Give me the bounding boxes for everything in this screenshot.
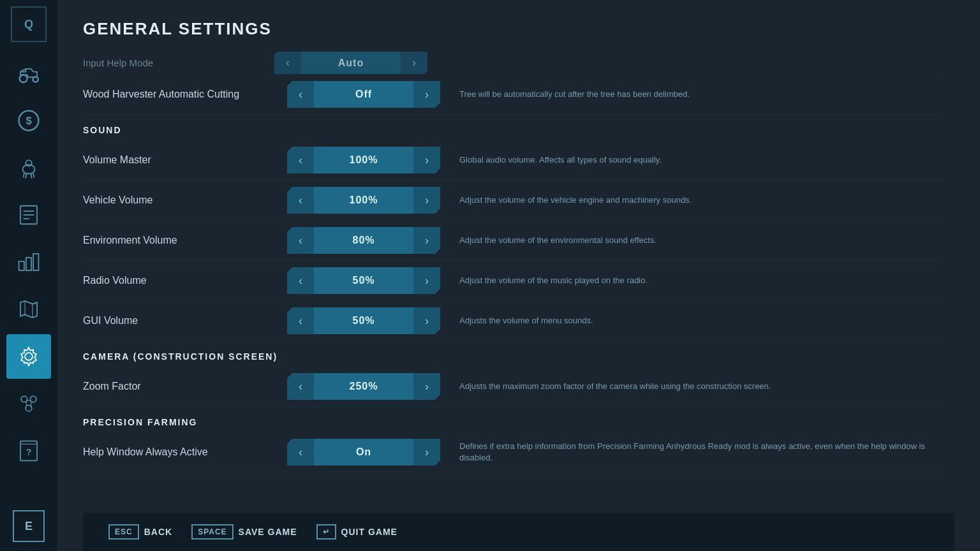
wood-harvester-next-btn[interactable]: › — [413, 81, 440, 108]
back-button[interactable]: ESC BACK — [108, 524, 172, 540]
sidebar-item-production[interactable] — [6, 240, 51, 284]
save-label: SAVE GAME — [239, 527, 297, 537]
gui-volume-next[interactable]: › — [413, 307, 440, 334]
vehicle-volume-next[interactable]: › — [413, 187, 440, 214]
svg-rect-16 — [33, 254, 38, 270]
sidebar-item-vehicles[interactable] — [6, 51, 51, 96]
svg-point-5 — [26, 160, 32, 166]
environment-volume-value: 80% — [314, 227, 413, 254]
radio-volume-value: 50% — [314, 267, 413, 294]
svg-rect-14 — [19, 261, 24, 270]
svg-line-7 — [33, 173, 34, 177]
sidebar-item-settings[interactable] — [6, 334, 51, 379]
sidebar-item-map[interactable] — [6, 287, 51, 332]
vehicle-volume-prev[interactable]: ‹ — [287, 187, 314, 214]
control-gui-volume: ‹ 50% › — [287, 307, 440, 334]
bottom-bar: ESC BACK SPACE SAVE GAME ↵ QUIT GAME — [83, 513, 954, 551]
help-window-prev[interactable]: ‹ — [287, 439, 314, 466]
volume-master-next[interactable]: › — [413, 147, 440, 173]
control-vehicle-volume: ‹ 100% › — [287, 187, 440, 214]
page-title: GENERAL SETTINGS — [83, 19, 954, 39]
quit-button[interactable]: ↵ QUIT GAME — [316, 524, 397, 540]
label-environment-volume: Environment Volume — [83, 235, 287, 246]
environment-volume-next[interactable]: › — [413, 227, 440, 254]
control-volume-master: ‹ 100% › — [287, 147, 440, 173]
setting-row-zoom-factor: Zoom Factor ‹ 250% › Adjusts the maximum… — [83, 367, 942, 407]
partial-prev-btn[interactable]: ‹ — [274, 52, 301, 75]
gui-volume-prev[interactable]: ‹ — [287, 307, 314, 334]
setting-row-gui-volume: GUI Volume ‹ 50% › Adjusts the volume of… — [83, 301, 942, 341]
zoom-factor-prev[interactable]: ‹ — [287, 373, 314, 400]
gui-volume-value: 50% — [314, 307, 413, 334]
partial-value: Auto — [301, 52, 401, 75]
wood-harvester-value: Off — [314, 81, 413, 108]
enter-key-badge: ↵ — [316, 524, 336, 540]
value-control-wood-harvester: ‹ Off › — [287, 81, 440, 108]
setting-row-environment-volume: Environment Volume ‹ 80% › Adjust the vo… — [83, 221, 942, 261]
desc-volume-master: Global audio volume. Affects all types o… — [440, 154, 942, 166]
sidebar-item-contracts[interactable] — [6, 193, 51, 237]
label-volume-master: Volume Master — [83, 154, 287, 166]
label-zoom-factor: Zoom Factor — [83, 381, 287, 392]
quit-label: QUIT GAME — [341, 527, 397, 537]
environment-volume-prev[interactable]: ‹ — [287, 227, 314, 254]
svg-line-9 — [31, 174, 32, 179]
sidebar-item-economy[interactable]: $ — [6, 98, 51, 143]
svg-text:$: $ — [26, 115, 31, 127]
partial-label: Input Help Mode — [83, 57, 274, 68]
svg-rect-15 — [26, 258, 31, 270]
space-key-badge: SPACE — [191, 524, 233, 540]
wood-harvester-prev-btn[interactable]: ‹ — [287, 81, 314, 108]
help-window-next[interactable]: › — [413, 439, 440, 466]
desc-radio-volume: Adjust the volume of the music played on… — [440, 275, 942, 286]
help-window-value: On — [314, 439, 413, 466]
label-radio-volume: Radio Volume — [83, 275, 287, 286]
setting-label-wood-harvester: Wood Harvester Automatic Cutting — [83, 89, 287, 100]
svg-line-6 — [24, 173, 24, 177]
radio-volume-prev[interactable]: ‹ — [287, 267, 314, 294]
save-button[interactable]: SPACE SAVE GAME — [191, 524, 297, 540]
main-content: GENERAL SETTINGS Input Help Mode ‹ Auto … — [57, 0, 980, 551]
svg-point-22 — [26, 405, 32, 411]
setting-desc-wood-harvester: Tree will be automatically cut after the… — [440, 89, 942, 100]
svg-text:?: ? — [26, 447, 32, 457]
section-header-precision: PRECISION FARMING — [83, 417, 942, 427]
back-label: BACK — [144, 527, 172, 537]
zoom-factor-value: 250% — [314, 373, 413, 400]
setting-row-radio-volume: Radio Volume ‹ 50% › Adjust the volume o… — [83, 261, 942, 301]
desc-zoom-factor: Adjusts the maximum zoom factor of the c… — [440, 381, 942, 392]
zoom-factor-next[interactable]: › — [413, 373, 440, 400]
volume-master-prev[interactable]: ‹ — [287, 147, 314, 173]
esc-key-badge: ESC — [108, 524, 139, 540]
e-key-button[interactable]: E — [13, 510, 45, 542]
radio-volume-next[interactable]: › — [413, 267, 440, 294]
sidebar: Q $ — [0, 0, 57, 551]
setting-row-vehicle-volume: Vehicle Volume ‹ 100% › Adjust the volum… — [83, 180, 942, 221]
section-header-sound: SOUND — [83, 125, 942, 135]
svg-point-0 — [20, 75, 27, 82]
setting-row-volume-master: Volume Master ‹ 100% › Global audio volu… — [83, 140, 942, 180]
desc-gui-volume: Adjusts the volume of menu sounds. — [440, 315, 942, 327]
control-radio-volume: ‹ 50% › — [287, 267, 440, 294]
label-gui-volume: GUI Volume — [83, 315, 287, 327]
sidebar-item-animals[interactable] — [6, 145, 51, 190]
partial-next-btn[interactable]: › — [401, 52, 427, 75]
sidebar-item-help[interactable]: ? — [6, 429, 51, 473]
q-key-button[interactable]: Q — [11, 6, 47, 42]
control-help-window: ‹ On › — [287, 439, 440, 466]
desc-vehicle-volume: Adjust the volume of the vehicle engine … — [440, 195, 942, 206]
desc-help-window: Defines if extra help information from P… — [440, 441, 942, 464]
partial-row: Input Help Mode ‹ Auto › — [83, 52, 942, 75]
svg-line-8 — [26, 174, 26, 179]
svg-point-19 — [25, 353, 33, 360]
control-zoom-factor: ‹ 250% › — [287, 373, 440, 400]
section-header-camera: CAMERA (CONSTRUCTION SCREEN) — [83, 351, 942, 362]
label-vehicle-volume: Vehicle Volume — [83, 195, 287, 206]
vehicle-volume-value: 100% — [314, 187, 413, 214]
setting-row-help-window: Help Window Always Active ‹ On › Defines… — [83, 432, 942, 473]
volume-master-value: 100% — [314, 147, 413, 173]
settings-scroll[interactable]: Input Help Mode ‹ Auto › Wood Harvester … — [83, 52, 954, 513]
control-environment-volume: ‹ 80% › — [287, 227, 440, 254]
sidebar-item-multiplayer[interactable] — [6, 381, 51, 426]
setting-row-wood-harvester: Wood Harvester Automatic Cutting ‹ Off ›… — [83, 75, 942, 115]
